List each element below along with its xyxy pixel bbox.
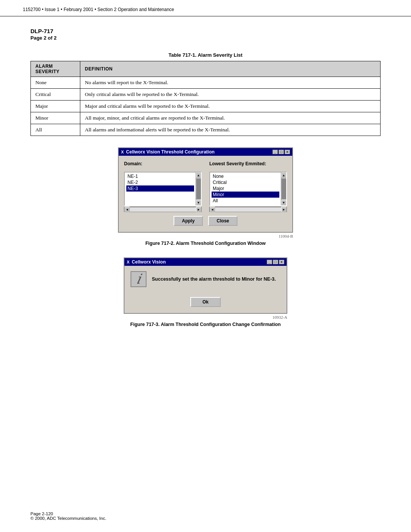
minimize-button[interactable]: _ [272,150,278,154]
severity-container: Lowest Severity Emmited: [209,161,287,168]
domain-item[interactable]: NE-3 [126,185,194,192]
maximize-button[interactable]: □ [279,150,284,154]
domain-hscroll-right[interactable]: ► [196,207,201,212]
domain-container: Domain: [124,161,202,168]
severity-scroll-down[interactable]: ▼ [281,200,287,205]
severity-item[interactable]: None [212,173,279,179]
domain-scroll-thumb [196,179,201,199]
labels-row: Domain: Lowest Severity Emmited: [124,161,287,168]
figure2-container: X Cellworx Vision Threshold Configuratio… [30,147,381,254]
main-content: DLP-717 Page 2 of 2 Table 717-1. Alarm S… [0,16,411,354]
domain-label: Domain: [124,161,202,166]
window-x-label: X [121,150,124,154]
info-maximize-button[interactable]: □ [273,260,278,264]
info-window-title: Cellworx Vision [132,259,166,265]
domain-hscroll-left[interactable]: ◄ [124,207,130,212]
doc-subtitle: Page 2 of 2 [30,35,381,41]
page-footer: Page 2-120 © 2000, ADC Telecommunication… [30,511,106,521]
domain-scroll-down[interactable]: ▼ [196,200,201,205]
close-button[interactable]: Close [208,216,237,226]
titlebar-left: X Cellworx Vision Threshold Configuratio… [121,149,215,155]
figure3-caption: Figure 717-3. Alarm Threshold Configurat… [130,322,280,327]
window-buttons: Apply Close [124,216,287,228]
table-row: NoneNo alarms will report to the X-Termi… [31,77,381,89]
col-severity-header: Alarm Severity [31,61,80,77]
listboxes-row: NE-1NE-2NE-3 ▲ ▼ ◄ ► [124,172,287,212]
domain-scrollbar: ▲ ▼ [196,173,201,205]
severity-label: Lowest Severity Emmited: [209,161,287,166]
severity-item[interactable]: Critical [212,179,279,185]
info-window-body: 𝑖 Successfully set the alarm threshold t… [124,266,287,313]
domain-item[interactable]: NE-1 [126,173,194,179]
info-close-button[interactable]: × [279,260,284,264]
window-title: Cellworx Vision Threshold Configuration [126,149,214,155]
severity-scrollbar: ▲ ▼ [281,173,286,205]
domain-listbox-container: NE-1NE-2NE-3 ▲ ▼ ◄ ► [124,172,202,212]
header-text: 1152700 • Issue 1 • February 2001 • Sect… [23,7,174,12]
info-icon: 𝑖 [131,271,147,287]
info-window: X Cellworx Vision _ □ × 𝑖 Successfully s… [124,257,287,314]
table-row: CriticalOnly critical alarms will be rep… [31,89,381,101]
col-definition-header: Definition [80,61,381,77]
threshold-config-window: X Cellworx Vision Threshold Configuratio… [118,147,293,233]
info-message-row: 𝑖 Successfully set the alarm threshold t… [131,271,280,287]
figure2-number: 11004-B [118,234,293,238]
table-row: MajorMajor and critical alarms will be r… [31,101,381,112]
info-titlebar-controls: _ □ × [267,260,284,264]
severity-item[interactable]: Major [212,185,279,192]
severity-cell: Critical [31,89,80,101]
severity-item[interactable]: Minor [212,192,279,198]
definition-cell: All major, minor, and critical alarms ar… [80,112,381,124]
domain-listbox[interactable]: NE-1NE-2NE-3 ▲ ▼ [124,172,202,206]
definition-cell: Major and critical alarms will be report… [80,101,381,112]
figure2-caption: Figure 717-2. Alarm Threshold Configurat… [145,241,266,246]
info-titlebar-left: X Cellworx Vision [127,259,166,265]
severity-hscrollbar: ◄ ► [209,207,287,212]
table-row: AllAll alarms and informational alerts w… [31,124,381,136]
definition-cell: All alarms and informational alerts will… [80,124,381,136]
table-title: Table 717-1. Alarm Severity List [30,52,381,58]
domain-hscroll-track [130,207,196,212]
footer-copyright: © 2000, ADC Telecommunications, Inc. [30,516,106,521]
titlebar-controls: _ □ × [272,150,290,154]
apply-button[interactable]: Apply [174,216,203,226]
severity-cell: None [31,77,80,89]
ok-button[interactable]: Ok [190,297,221,307]
table-row: MinorAll major, minor, and critical alar… [31,112,381,124]
figure3-container: X Cellworx Vision _ □ × 𝑖 Successfully s… [30,257,381,335]
info-minimize-button[interactable]: _ [267,260,272,264]
severity-hscroll-left[interactable]: ◄ [210,207,215,212]
severity-scroll-up[interactable]: ▲ [281,173,287,178]
info-buttons: Ok [190,297,221,309]
definition-cell: No alarms will report to the X-Terminal. [80,77,381,89]
window-titlebar: X Cellworx Vision Threshold Configuratio… [119,148,292,156]
domain-item[interactable]: NE-2 [126,179,194,185]
domain-hscrollbar: ◄ ► [124,207,202,212]
domain-items: NE-1NE-2NE-3 [125,173,196,205]
close-button-title[interactable]: × [285,150,290,154]
info-x-label: X [127,260,129,264]
severity-listbox-container: NoneCriticalMajorMinorAll ▲ ▼ ◄ ► [209,172,287,212]
severity-hscroll-right[interactable]: ► [281,207,287,212]
severity-cell: Minor [31,112,80,124]
severity-listbox[interactable]: NoneCriticalMajorMinorAll ▲ ▼ [209,172,287,206]
footer-page: Page 2-120 [30,511,106,516]
figure3-number: 10932-A [124,315,287,320]
severity-hscroll-track [215,207,281,212]
severity-cell: Major [31,101,80,112]
severity-items: NoneCriticalMajorMinorAll [210,173,281,205]
domain-scroll-up[interactable]: ▲ [196,173,201,178]
info-titlebar: X Cellworx Vision _ □ × [124,258,287,266]
severity-item[interactable]: All [212,198,279,204]
severity-cell: All [31,124,80,136]
definition-cell: Only critical alarms will be reported to… [80,89,381,101]
info-message: Successfully set the alarm threshold to … [152,276,276,282]
window-body: Domain: Lowest Severity Emmited: NE-1NE-… [119,156,292,232]
severity-scroll-thumb [282,179,286,199]
alarm-severity-table: Alarm Severity Definition NoneNo alarms … [30,61,381,136]
doc-title: DLP-717 [30,28,381,34]
page-header: 1152700 • Issue 1 • February 2001 • Sect… [0,0,411,16]
